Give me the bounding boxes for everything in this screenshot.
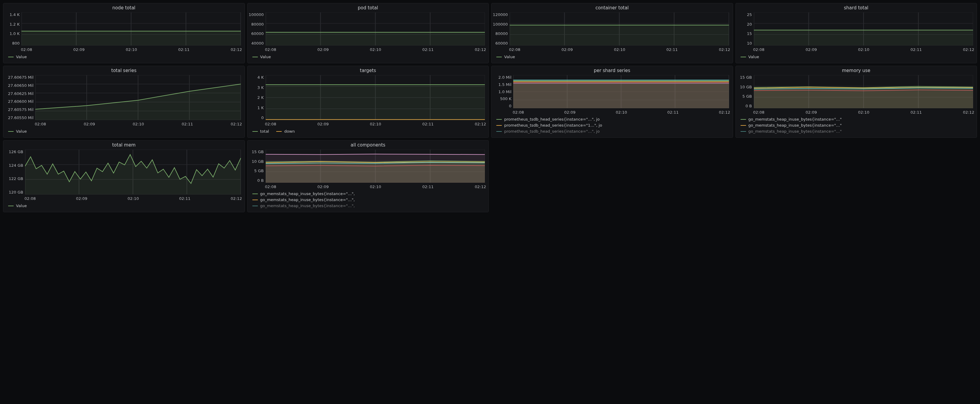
y-axis: 1.4 K 1.2 K 1.0 K 800	[5, 13, 21, 46]
plot-area[interactable]	[266, 75, 485, 120]
panel-title: pod total	[248, 3, 489, 11]
plot-area[interactable]	[754, 13, 974, 46]
panel-container-total[interactable]: container total 120000 100000 80000 6000…	[491, 3, 733, 63]
legend: Value	[736, 52, 977, 63]
dashboard-grid: node total 1.4 K 1.2 K 1.0 K 800 02:0802…	[0, 0, 980, 215]
x-axis: 02:0802:0902:1002:1102:12	[248, 183, 489, 190]
panel-shard-total[interactable]: shard total 25 20 15 10 02:0802:0902:100…	[735, 3, 977, 63]
panel-memory-use[interactable]: memory use 15 GB 10 GB 5 GB 0 B 02:0802:…	[735, 66, 977, 138]
svg-marker-19	[266, 32, 485, 46]
legend: Value	[492, 52, 733, 63]
panel-title: per shard series	[492, 66, 733, 73]
x-axis: 02:0802:0902:1002:1102:12	[3, 195, 245, 201]
panel-title: total series	[3, 66, 245, 73]
svg-marker-62	[266, 85, 485, 120]
panel-node-total[interactable]: node total 1.4 K 1.2 K 1.0 K 800 02:0802…	[3, 3, 245, 63]
panel-total-mem[interactable]: total mem 126 GB 124 GB 122 GB 120 GB 02…	[3, 140, 245, 212]
y-axis: 27.60675 Mil 27.60650 Mil 27.60625 Mil 2…	[5, 75, 35, 120]
panel-title: memory use	[736, 66, 977, 73]
legend: go_memstats_heap_inuse_bytes{instance="……	[736, 115, 977, 138]
x-axis: 02:0802:0902:1002:1102:12	[736, 109, 977, 115]
panel-targets[interactable]: targets 4 K 3 K 2 K 1 K 0 02:0802:0902:1…	[247, 66, 489, 138]
y-axis: 4 K 3 K 2 K 1 K 0	[249, 75, 266, 120]
plot-area[interactable]	[21, 13, 241, 46]
legend: go_memstats_heap_inuse_bytes{instance="……	[248, 190, 489, 212]
plot-area[interactable]	[510, 13, 729, 46]
plot-area[interactable]	[25, 149, 241, 195]
panel-title: total mem	[3, 141, 245, 148]
legend: Value	[248, 52, 489, 63]
panel-total-series[interactable]: total series 27.60675 Mil 27.60650 Mil 2…	[3, 66, 245, 138]
x-axis: 02:0802:0902:1002:1102:12	[736, 46, 977, 52]
x-axis: 02:0802:0902:1002:1102:12	[492, 46, 733, 52]
panel-title: shard total	[736, 3, 977, 11]
x-axis: 02:0802:0902:1002:1102:12	[492, 109, 733, 115]
panel-title: node total	[3, 3, 245, 11]
svg-marker-78	[513, 84, 729, 109]
panel-title: container total	[492, 3, 733, 11]
x-axis: 02:0802:0902:1002:1102:12	[3, 46, 245, 52]
x-axis: 02:0802:0902:1002:1102:12	[248, 120, 489, 127]
plot-area[interactable]	[266, 149, 485, 183]
y-axis: 15 GB 10 GB 5 GB 0 B	[737, 75, 754, 108]
x-axis: 02:0802:0902:1002:1102:12	[248, 46, 489, 52]
legend: Value	[3, 52, 245, 63]
panel-title: all components	[248, 141, 489, 148]
y-axis: 15 GB 10 GB 5 GB 0 B	[249, 149, 266, 183]
svg-marker-115	[266, 165, 485, 183]
panel-all-components[interactable]: all components 15 GB 10 GB 5 GB 0 B 02:0…	[247, 140, 489, 212]
plot-area[interactable]	[754, 75, 974, 108]
legend: Value	[3, 201, 245, 212]
plot-area[interactable]	[513, 75, 729, 108]
y-axis: 126 GB 124 GB 122 GB 120 GB	[5, 149, 25, 195]
y-axis: 25 20 15 10	[737, 13, 754, 46]
svg-marker-29	[510, 25, 729, 46]
y-axis: 120000 100000 80000 60000	[493, 13, 510, 46]
legend: total down	[248, 127, 489, 138]
x-axis: 02:0802:0902:1002:1102:12	[3, 120, 245, 127]
y-axis: 100000 80000 60000 40000	[249, 13, 266, 46]
svg-marker-39	[754, 30, 974, 46]
panel-pod-total[interactable]: pod total 100000 80000 60000 40000 02:08…	[247, 3, 489, 63]
y-axis: 2.0 Mil 1.5 Mil 1.0 Mil 500 K 0	[493, 75, 513, 108]
plot-area[interactable]	[35, 75, 241, 120]
panel-per-shard-series[interactable]: per shard series 2.0 Mil 1.5 Mil 1.0 Mil…	[491, 66, 733, 138]
svg-marker-91	[754, 90, 974, 108]
svg-marker-9	[21, 31, 241, 46]
legend: Value	[3, 127, 245, 138]
plot-area[interactable]	[266, 13, 485, 46]
panel-title: targets	[248, 66, 489, 73]
legend: prometheus_tsdb_head_series{instance="…"…	[492, 115, 733, 138]
